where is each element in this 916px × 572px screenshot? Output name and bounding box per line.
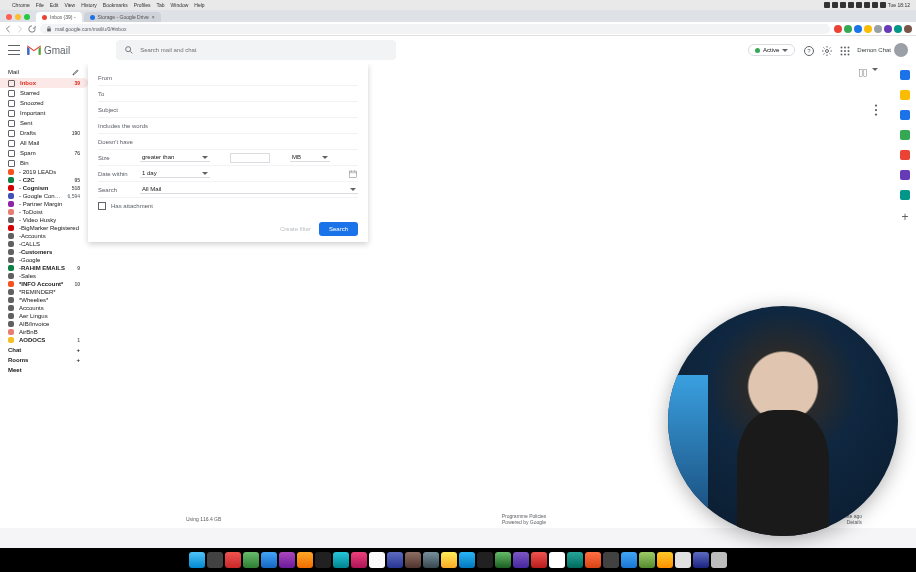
search-button[interactable]: Search <box>319 222 358 236</box>
view-toggle-icon[interactable] <box>858 68 868 78</box>
menu-window[interactable]: Window <box>171 2 189 8</box>
calendar-icon[interactable] <box>348 169 358 179</box>
label-item[interactable]: - C2C95 <box>0 176 88 184</box>
support-icon[interactable]: ? <box>803 45 813 55</box>
label-item[interactable]: - Cognism518 <box>0 184 88 192</box>
browser-tab-drive[interactable]: Storage - Google Drive × <box>84 12 161 22</box>
account-switcher[interactable]: Demon Chat <box>857 43 908 57</box>
dock-icon[interactable] <box>207 552 223 568</box>
dock-icon[interactable] <box>459 552 475 568</box>
search-bar[interactable] <box>116 40 396 60</box>
menu-bookmarks[interactable]: Bookmarks <box>103 2 128 8</box>
addon-icon[interactable] <box>900 150 910 160</box>
menu-tab[interactable]: Tab <box>157 2 165 8</box>
menu-edit[interactable]: Edit <box>50 2 59 8</box>
back-button[interactable] <box>4 25 12 33</box>
plus-icon[interactable]: + <box>76 347 80 353</box>
sidebar-item-all-mail[interactable]: All Mail <box>0 138 88 148</box>
label-item[interactable]: - Partner Margin <box>0 200 88 208</box>
status-icon[interactable] <box>832 2 838 8</box>
dock-icon[interactable] <box>513 552 529 568</box>
keep-addon-icon[interactable] <box>900 90 910 100</box>
menu-file[interactable]: File <box>36 2 44 8</box>
extension-icon[interactable] <box>874 25 882 33</box>
sidebar-item-inbox[interactable]: Inbox39 <box>0 78 88 88</box>
trash-dock-icon[interactable] <box>711 552 727 568</box>
dock-icon[interactable] <box>297 552 313 568</box>
dock-icon[interactable] <box>585 552 601 568</box>
storage-usage[interactable]: Using 116.4 GB <box>186 516 221 522</box>
sidebar-item-sent[interactable]: Sent <box>0 118 88 128</box>
status-icon[interactable] <box>880 2 886 8</box>
menu-view[interactable]: View <box>64 2 75 8</box>
status-icon[interactable] <box>824 2 830 8</box>
label-item[interactable]: -Sales <box>0 272 88 280</box>
reload-button[interactable] <box>28 25 36 33</box>
finder-dock-icon[interactable] <box>189 552 205 568</box>
sidebar-heading-rooms[interactable]: Rooms <box>8 357 28 363</box>
label-item[interactable]: *REMINDER* <box>0 288 88 296</box>
dock-icon[interactable] <box>531 552 547 568</box>
label-item[interactable]: - Google Connec...6,594 <box>0 192 88 200</box>
label-item[interactable]: - Video Husky <box>0 216 88 224</box>
apps-grid-icon[interactable] <box>839 45 849 55</box>
maximize-window-icon[interactable] <box>24 14 30 20</box>
sidebar-item-drafts[interactable]: Drafts190 <box>0 128 88 138</box>
label-item[interactable]: Accounts <box>0 304 88 312</box>
sidebar-item-starred[interactable]: Starred <box>0 88 88 98</box>
profile-avatar-icon[interactable] <box>904 25 912 33</box>
main-menu-button[interactable] <box>8 45 20 55</box>
label-item[interactable]: *INFO Account*10 <box>0 280 88 288</box>
extension-icon[interactable] <box>854 25 862 33</box>
from-field[interactable] <box>140 72 358 84</box>
label-item[interactable]: -CALLS <box>0 240 88 248</box>
addon-icon[interactable] <box>900 170 910 180</box>
dock-icon[interactable] <box>261 552 277 568</box>
doesnt-have-field[interactable] <box>158 136 358 148</box>
dock-icon[interactable] <box>477 552 493 568</box>
dock-icon[interactable] <box>351 552 367 568</box>
status-icon[interactable] <box>840 2 846 8</box>
plus-icon[interactable]: + <box>76 357 80 363</box>
get-addons-icon[interactable]: + <box>901 210 908 224</box>
size-operator-select[interactable]: greater than <box>140 153 210 162</box>
label-item[interactable]: - ToDoist <box>0 208 88 216</box>
label-item[interactable]: -BigMarker Registered <box>0 224 88 232</box>
extension-icon[interactable] <box>834 25 842 33</box>
browser-tab-gmail[interactable]: Inbox (39) - <box>36 12 82 22</box>
dock-icon[interactable] <box>225 552 241 568</box>
menu-help[interactable]: Help <box>194 2 204 8</box>
dock-icon[interactable] <box>441 552 457 568</box>
search-scope-select[interactable]: All Mail <box>140 185 358 194</box>
status-icon[interactable] <box>872 2 878 8</box>
close-tab-icon[interactable]: × <box>152 14 155 20</box>
label-item[interactable]: - 2019 LEADs <box>0 168 88 176</box>
dock-icon[interactable] <box>495 552 511 568</box>
status-icon[interactable] <box>848 2 854 8</box>
size-value-field[interactable] <box>230 153 270 163</box>
dock-icon[interactable] <box>333 552 349 568</box>
dock-icon[interactable] <box>603 552 619 568</box>
extension-icon[interactable] <box>884 25 892 33</box>
dock-icon[interactable] <box>405 552 421 568</box>
extension-icon[interactable] <box>864 25 872 33</box>
addon-icon[interactable] <box>900 190 910 200</box>
chevron-down-icon[interactable] <box>872 68 878 71</box>
contacts-addon-icon[interactable] <box>900 130 910 140</box>
dock-icon[interactable] <box>693 552 709 568</box>
label-item[interactable]: AODOCS1 <box>0 336 88 344</box>
gmail-logo[interactable]: Gmail <box>26 44 70 56</box>
dock-icon[interactable] <box>423 552 439 568</box>
close-window-icon[interactable] <box>6 14 12 20</box>
dock-icon[interactable] <box>675 552 691 568</box>
status-selector[interactable]: Active <box>748 44 795 56</box>
dock-icon[interactable] <box>567 552 583 568</box>
search-input[interactable] <box>140 44 388 56</box>
clock[interactable]: Tue 18:12 <box>888 2 910 8</box>
dock-icon[interactable] <box>621 552 637 568</box>
calendar-addon-icon[interactable] <box>900 70 910 80</box>
label-item[interactable]: -Accounts <box>0 232 88 240</box>
size-unit-select[interactable]: MB <box>290 153 330 162</box>
label-item[interactable]: *Wheelies* <box>0 296 88 304</box>
menu-profiles[interactable]: Profiles <box>134 2 151 8</box>
